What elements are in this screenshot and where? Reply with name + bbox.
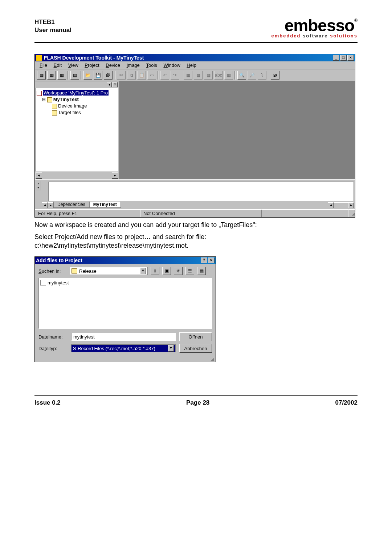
menu-window[interactable]: Window xyxy=(161,62,183,69)
tb-save-icon[interactable]: 💾 xyxy=(94,71,102,80)
menu-file[interactable]: File xyxy=(37,62,50,69)
pane-controls: ▾ × xyxy=(36,82,118,88)
desktop-button[interactable]: ▣ xyxy=(162,267,171,275)
dlg-help-button[interactable]: ? xyxy=(201,258,207,263)
output-hscroll[interactable]: ◂ ▸ xyxy=(328,202,354,208)
details-view-button[interactable]: ▤ xyxy=(197,267,206,275)
tree-project[interactable]: ⊟ MyTinyTest xyxy=(37,96,117,103)
menu-edit[interactable]: Edit xyxy=(51,62,64,69)
pane-close-button[interactable]: × xyxy=(113,82,118,87)
file-item-label: mytinytest xyxy=(48,280,69,285)
tb-box3-icon[interactable]: ▦ xyxy=(57,71,66,80)
status-connection: Not Connected xyxy=(140,210,262,217)
cancel-button[interactable]: Abbrechen xyxy=(179,344,212,353)
lookin-label: Suchen in: xyxy=(38,268,67,274)
workspace-pane: ▾ × Workspace 'MyTinyTest': 1 Pro ⊟ MyTi… xyxy=(35,81,119,179)
toolbar: ▦ ▦ ▦ ▤ 📂 💾 🗊 ✂ ⧉ 📋 ▭ ↶ ↷ ▦ ▦ ▦ abc ▦ 🔍 … xyxy=(35,69,355,81)
tb-find-icon[interactable]: 🔍 xyxy=(237,71,246,80)
tb-box2-icon[interactable]: ▦ xyxy=(47,71,56,80)
file-dialog: Add files to Project ? × Suchen in: Rele… xyxy=(34,256,216,362)
dropdown-icon[interactable]: ▼ xyxy=(168,345,174,352)
menu-help[interactable]: Help xyxy=(184,62,199,69)
tb-saveall-icon[interactable]: 🗊 xyxy=(104,71,113,80)
pane-dock-button[interactable]: ▾ xyxy=(107,82,112,87)
tb-script-icon[interactable]: ▤ xyxy=(70,71,79,80)
filename-input[interactable] xyxy=(71,333,176,341)
footer-issue: Issue 0.2 xyxy=(34,399,61,406)
file-icon xyxy=(40,280,46,285)
tree-target-files-label: Target files xyxy=(58,110,81,115)
menu-device[interactable]: Device xyxy=(103,62,123,69)
tb-redo-icon: ↷ xyxy=(171,71,179,80)
new-folder-button[interactable]: ✳ xyxy=(174,267,183,275)
app-icon xyxy=(36,55,42,61)
doc-title-l1: HTEB1 xyxy=(34,18,72,26)
titlebar: FLASH Development Toolkit - MyTinyTest _… xyxy=(35,54,355,61)
tree-workspace-label: Workspace 'MyTinyTest': 1 Pro xyxy=(43,90,109,96)
page-footer: Issue 0.2 Page 28 07/2002 xyxy=(34,399,358,406)
tree-device-image[interactable]: Device Image xyxy=(37,103,117,109)
menu-project[interactable]: Project xyxy=(82,62,102,69)
menu-view[interactable]: View xyxy=(66,62,81,69)
doc-title-l2: User manual xyxy=(34,26,72,34)
maximize-button[interactable]: □ xyxy=(340,55,347,61)
tb-box1-icon[interactable]: ▦ xyxy=(37,71,46,80)
tb-open-icon[interactable]: 📂 xyxy=(83,71,92,80)
logo: embesso® embedded software solutions xyxy=(271,18,358,39)
dlg-close-button[interactable]: × xyxy=(208,258,215,263)
tab-mytinytest[interactable]: MyTinyTest xyxy=(89,202,121,208)
project-icon xyxy=(47,97,52,102)
tree-device-image-label: Device Image xyxy=(58,103,87,109)
filename-label: Dateiname: xyxy=(38,334,68,340)
scroll-track[interactable] xyxy=(334,202,348,208)
folder-icon xyxy=(52,110,57,116)
file-list[interactable]: mytinytest xyxy=(38,278,212,329)
tb-grid3-icon: ▦ xyxy=(204,71,213,80)
logo-wordmark: embesso xyxy=(285,16,354,35)
project-tree[interactable]: Workspace 'MyTinyTest': 1 Pro ⊟ MyTinyTe… xyxy=(36,88,118,171)
output-tabs: ◂ ▸ Dependencies MyTinyTest ◂ ▸ xyxy=(41,201,354,208)
tb-sep xyxy=(114,71,115,80)
tree-workspace[interactable]: Workspace 'MyTinyTest': 1 Pro xyxy=(37,90,117,96)
dlg-title: Add files to Project xyxy=(36,258,82,263)
tab-next-icon[interactable]: ▸ xyxy=(48,202,53,208)
dlg-titlebar: Add files to Project ? × xyxy=(35,257,216,264)
tab-prev-icon[interactable]: ◂ xyxy=(42,202,48,208)
list-view-button[interactable]: ☰ xyxy=(185,267,194,275)
dropdown-icon[interactable]: ▼ xyxy=(140,268,146,274)
file-item[interactable]: mytinytest xyxy=(40,280,210,285)
dlg-lookin-row: Suchen in: Release ▼ ⇧ ▣ ✳ ☰ ▤ xyxy=(35,264,216,278)
open-button[interactable]: Öffnen xyxy=(179,332,212,341)
scroll-left-icon[interactable]: ◂ xyxy=(36,172,42,179)
doc-title: HTEB1 User manual xyxy=(34,18,72,34)
tb-paste-icon: 📋 xyxy=(137,71,146,80)
status-help: For Help, press F1 xyxy=(35,210,140,217)
menu-tools[interactable]: Tools xyxy=(143,62,159,69)
up-folder-button[interactable]: ⇧ xyxy=(151,267,159,275)
side-scrollbar[interactable]: ◂ ▸ xyxy=(36,172,118,179)
tb-findnext-icon: ⤵ xyxy=(258,71,266,80)
tb-build-icon[interactable]: 🖳 xyxy=(271,71,279,80)
tab-dependencies[interactable]: Dependencies xyxy=(53,202,89,208)
filetype-combo[interactable]: S-Record Files (*.rec;*.mot;*.a20;*.a37)… xyxy=(71,344,176,352)
resize-grip-icon[interactable]: ◢ xyxy=(348,210,355,217)
footer-divider xyxy=(34,395,358,396)
registered-icon: ® xyxy=(354,18,358,23)
tb-sep xyxy=(158,71,159,80)
tb-findfiles-icon: 🔎 xyxy=(248,71,256,80)
close-button[interactable]: × xyxy=(347,55,354,61)
scroll-left-icon[interactable]: ◂ xyxy=(328,202,334,208)
logo-tagline: embedded software solutions xyxy=(271,33,358,39)
workspace-icon xyxy=(37,91,42,96)
lookin-combo[interactable]: Release ▼ xyxy=(70,267,148,275)
dlg-resize-grip-icon[interactable]: ◢ xyxy=(35,356,216,362)
output-text[interactable] xyxy=(48,182,354,201)
filetype-value: S-Record Files (*.rec;*.mot;*.a20;*.a37) xyxy=(73,346,155,351)
header-divider xyxy=(34,42,358,43)
output-close-icon[interactable]: ×▾ xyxy=(36,181,41,190)
minimize-button[interactable]: _ xyxy=(333,55,339,61)
menu-image[interactable]: Image xyxy=(124,62,142,69)
scroll-right-icon[interactable]: ▸ xyxy=(348,202,354,208)
tree-target-files[interactable]: Target files xyxy=(37,109,117,116)
scroll-right-icon[interactable]: ▸ xyxy=(112,172,118,179)
